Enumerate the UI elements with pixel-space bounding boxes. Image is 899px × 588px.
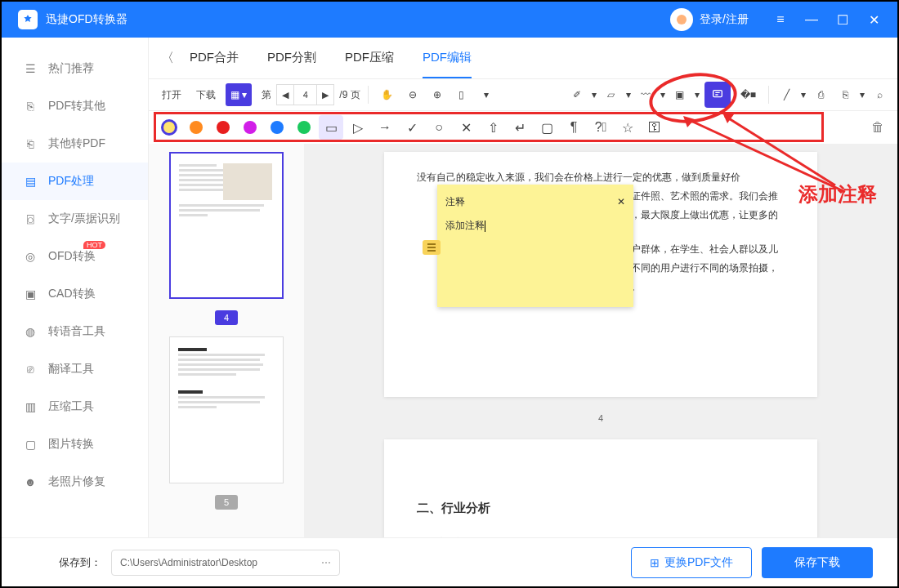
note-popup[interactable]: 注释 ✕ 添加注释 bbox=[437, 185, 633, 307]
grid-view-button[interactable]: ▦ ▾ bbox=[226, 83, 252, 106]
thumbnail-5[interactable] bbox=[169, 336, 284, 483]
sidebar-item-translate[interactable]: ⎚翻译工具 bbox=[2, 350, 148, 388]
annotation-toolbar: ▭ ▷ → ✓ ○ ✕ ⇧ ↵ ▢ ¶ ?⃝ ☆ ⚿ 🗑 bbox=[149, 111, 897, 144]
ofd-icon: ◎ bbox=[22, 248, 38, 265]
textbox-icon[interactable]: �■ bbox=[736, 83, 761, 106]
color-swatch-2[interactable] bbox=[238, 115, 262, 140]
note-input[interactable]: 添加注释 bbox=[445, 220, 485, 231]
circle-shape-icon[interactable]: ○ bbox=[427, 115, 451, 140]
tab-split[interactable]: PDF分割 bbox=[267, 38, 316, 78]
hot-badge: HOT bbox=[83, 241, 105, 249]
download-button[interactable]: 下载 bbox=[191, 83, 221, 106]
hand-tool-icon[interactable]: ✋ bbox=[376, 83, 398, 106]
thumbnail-4[interactable] bbox=[169, 152, 284, 299]
pencil-icon[interactable]: ✐ bbox=[567, 83, 587, 106]
user-icon: ☻ bbox=[22, 474, 38, 490]
highlight-icon[interactable]: ▱ bbox=[602, 83, 621, 106]
print-icon[interactable]: ⎙ bbox=[811, 83, 830, 106]
color-swatch-1[interactable] bbox=[211, 115, 235, 140]
help-icon[interactable]: ?⃝ bbox=[588, 115, 613, 140]
color-swatch-0[interactable] bbox=[184, 115, 208, 140]
sidebar-item-ofd[interactable]: ◎OFD转换HOT bbox=[2, 238, 148, 275]
color-swatch-3[interactable] bbox=[265, 115, 289, 140]
sidebar-item-image[interactable]: ▢图片转换 bbox=[2, 425, 148, 463]
footer-bar: 保存到： C:\Users\Administrator\Desktop ⋯ ⊞ … bbox=[2, 537, 897, 586]
check-icon[interactable]: ✓ bbox=[400, 115, 424, 140]
sidebar: ☰热门推荐 ⎘PDF转其他 ⎗其他转PDF ▤PDF处理 ⌼文字/票据识别 ◎O… bbox=[2, 38, 149, 537]
fit-page-icon[interactable]: ▯ bbox=[452, 83, 472, 106]
zoom-in-icon[interactable]: ⊕ bbox=[427, 83, 447, 106]
sidebar-item-ocr[interactable]: ⌼文字/票据识别 bbox=[2, 200, 148, 238]
paragraph-icon[interactable]: ¶ bbox=[561, 115, 586, 140]
translate-icon: ⎚ bbox=[22, 361, 38, 377]
line-icon[interactable]: ╱ bbox=[776, 83, 796, 106]
ocr-icon: ⌼ bbox=[22, 211, 38, 227]
prev-page-icon[interactable]: ◀ bbox=[277, 85, 294, 105]
note-close-icon[interactable]: ✕ bbox=[617, 193, 625, 212]
thumbnail-panel: 4 5 bbox=[149, 144, 304, 537]
annotation-label: 添加注释 bbox=[798, 181, 877, 207]
sticky-note-icon[interactable]: ▢ bbox=[534, 115, 559, 140]
thumbnail-5-number: 5 bbox=[215, 495, 238, 510]
note-anchor-icon[interactable] bbox=[423, 240, 441, 255]
image-insert-icon[interactable]: ▣ bbox=[670, 83, 690, 106]
search-icon[interactable]: ⌕ bbox=[870, 83, 889, 106]
sidebar-item-pdf-to[interactable]: ⎘PDF转其他 bbox=[2, 87, 148, 125]
save-path-input[interactable]: C:\Users\Administrator\Desktop ⋯ bbox=[111, 550, 340, 576]
tabbar: 〈 PDF合并 PDF分割 PDF压缩 PDF编辑 bbox=[149, 38, 897, 78]
minimize-icon[interactable]: — bbox=[804, 12, 819, 27]
note-button[interactable] bbox=[704, 82, 731, 108]
page-5: 二、行业分析 1. 行业机遇 bbox=[384, 439, 817, 537]
page-navigator[interactable]: ◀ 4 ▶ bbox=[276, 84, 334, 105]
key-icon[interactable]: ⚿ bbox=[642, 115, 667, 140]
note-title: 注释 bbox=[445, 193, 465, 212]
tools-icon: ▤ bbox=[22, 173, 38, 189]
sidebar-item-photo-restore[interactable]: ☻老照片修复 bbox=[2, 463, 148, 501]
sidebar-item-pdf-process[interactable]: ▤PDF处理 bbox=[2, 163, 148, 200]
star-icon[interactable]: ☆ bbox=[615, 115, 640, 140]
change-file-button[interactable]: ⊞ 更换PDF文件 bbox=[631, 547, 752, 578]
sidebar-item-hot[interactable]: ☰热门推荐 bbox=[2, 50, 148, 87]
page-text-line: 等。 bbox=[621, 278, 785, 296]
tab-compress[interactable]: PDF压缩 bbox=[345, 38, 394, 78]
open-button[interactable]: 打开 bbox=[157, 83, 186, 106]
login-link[interactable]: 登录/注册 bbox=[700, 12, 749, 27]
arrow-right-icon[interactable]: → bbox=[373, 115, 397, 140]
close-icon[interactable]: ✕ bbox=[866, 12, 881, 27]
save-to-label: 保存到： bbox=[59, 555, 101, 570]
current-page[interactable]: 4 bbox=[294, 85, 317, 105]
tab-merge[interactable]: PDF合并 bbox=[190, 38, 239, 78]
next-page-icon[interactable]: ▶ bbox=[317, 85, 333, 105]
sidebar-item-to-pdf[interactable]: ⎗其他转PDF bbox=[2, 125, 148, 163]
return-icon[interactable]: ↵ bbox=[508, 115, 532, 140]
page-total: /9 页 bbox=[339, 88, 360, 102]
import-icon: ⎗ bbox=[22, 136, 38, 152]
comment-shape-icon[interactable]: ▭ bbox=[319, 115, 343, 140]
page-text-line: 有证件照、艺术照的需求。我们会推 bbox=[621, 187, 785, 206]
dropdown-icon[interactable]: ▾ bbox=[476, 83, 496, 106]
zoom-out-icon[interactable]: ⊖ bbox=[403, 83, 423, 106]
sidebar-item-cad[interactable]: ▣CAD转换 bbox=[2, 275, 148, 313]
sidebar-item-tts[interactable]: ◍转语音工具 bbox=[2, 313, 148, 350]
back-icon[interactable]: 〈 bbox=[161, 50, 177, 67]
save-download-button[interactable]: 保存下载 bbox=[762, 547, 873, 578]
up-arrow-icon[interactable]: ⇧ bbox=[481, 115, 505, 140]
cad-icon: ▣ bbox=[22, 286, 38, 302]
save-path-value: C:\Users\Administrator\Desktop bbox=[120, 557, 257, 568]
freehand-icon[interactable]: 〰 bbox=[636, 83, 655, 106]
trash-icon[interactable]: 🗑 bbox=[866, 115, 889, 140]
page-text-line: 客户群体，在学生、社会人群以及儿 bbox=[621, 240, 785, 259]
sidebar-item-compress[interactable]: ▥压缩工具 bbox=[2, 388, 148, 425]
cross-icon[interactable]: ✕ bbox=[454, 115, 478, 140]
browse-icon[interactable]: ⋯ bbox=[321, 557, 331, 568]
menu-icon[interactable]: ≡ bbox=[773, 12, 788, 27]
export-icon: ⎘ bbox=[22, 98, 38, 114]
color-swatch-4[interactable] bbox=[292, 115, 316, 140]
tab-edit[interactable]: PDF编辑 bbox=[423, 38, 472, 78]
avatar-icon[interactable] bbox=[670, 8, 693, 31]
copy-icon[interactable]: ⎘ bbox=[835, 83, 855, 106]
color-ring-icon[interactable] bbox=[157, 115, 181, 140]
triangle-play-icon[interactable]: ▷ bbox=[346, 115, 370, 140]
page-text-line: 等，最大限度上做出优惠，让更多的 bbox=[621, 206, 785, 225]
maximize-icon[interactable]: ☐ bbox=[835, 12, 850, 27]
